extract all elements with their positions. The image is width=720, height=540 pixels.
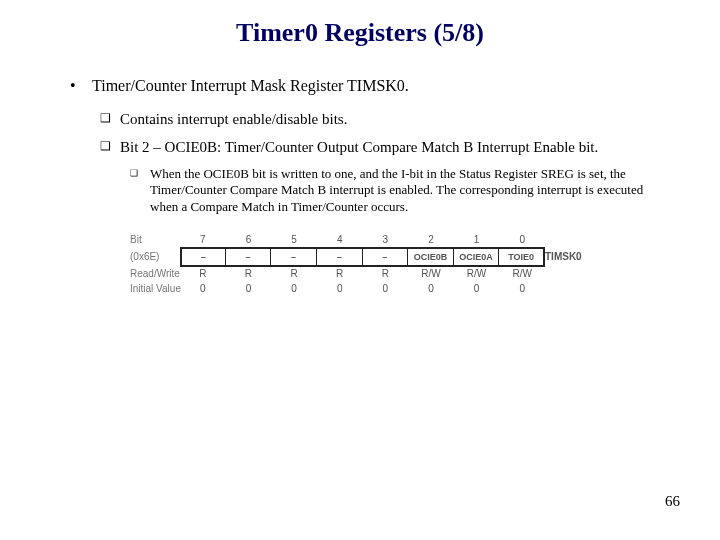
bit-rw: R/W xyxy=(454,267,500,282)
bit-name: – xyxy=(271,247,317,267)
bit-name: – xyxy=(363,247,409,267)
row-label-init: Initial Value xyxy=(130,282,180,297)
bit-rw: R xyxy=(317,267,363,282)
register-name: TIMSK0 xyxy=(545,250,590,265)
bullet-lvl1: Timer/Counter Interrupt Mask Register TI… xyxy=(70,76,650,96)
bit-name: OCIE0B xyxy=(408,247,454,267)
bullet-lvl2: Contains interrupt enable/disable bits. xyxy=(100,110,650,128)
row-label-bit: Bit xyxy=(130,233,180,248)
bit-rw: R/W xyxy=(499,267,545,282)
bit-name: – xyxy=(180,247,226,267)
bit-rw: R xyxy=(363,267,409,282)
bit-rw: R xyxy=(180,267,226,282)
bit-init: 0 xyxy=(499,282,545,297)
bit-number: 0 xyxy=(499,233,545,248)
row-label-rw: Read/Write xyxy=(130,267,180,282)
bit-init: 0 xyxy=(454,282,500,297)
bit-number: 6 xyxy=(226,233,272,248)
bit-init: 0 xyxy=(180,282,226,297)
bit-rw: R xyxy=(226,267,272,282)
bit-number: 5 xyxy=(271,233,317,248)
bit-init: 0 xyxy=(226,282,272,297)
bit-init: 0 xyxy=(363,282,409,297)
bit-number: 3 xyxy=(363,233,409,248)
row-label-addr: (0x6E) xyxy=(130,250,180,265)
bit-name: OCIE0A xyxy=(454,247,500,267)
bit-number: 7 xyxy=(180,233,226,248)
bit-name: – xyxy=(317,247,363,267)
bullet-lvl3: When the OCIE0B bit is written to one, a… xyxy=(130,166,650,215)
bit-number: 4 xyxy=(317,233,363,248)
bit-init: 0 xyxy=(408,282,454,297)
bit-rw: R/W xyxy=(408,267,454,282)
bit-number: 2 xyxy=(408,233,454,248)
slide-body: Timer/Counter Interrupt Mask Register TI… xyxy=(0,48,720,296)
register-diagram: Bit 7 6 5 4 3 2 1 0 (0x6E) – – – – – OCI… xyxy=(130,233,590,297)
slide: Timer0 Registers (5/8) Timer/Counter Int… xyxy=(0,0,720,540)
bit-name: – xyxy=(226,247,272,267)
bit-rw: R xyxy=(271,267,317,282)
bit-name: TOIE0 xyxy=(499,247,545,267)
bullet-lvl2: Bit 2 – OCIE0B: Timer/Counter Output Com… xyxy=(100,138,650,156)
bit-init: 0 xyxy=(271,282,317,297)
bit-number: 1 xyxy=(454,233,500,248)
bit-init: 0 xyxy=(317,282,363,297)
slide-title: Timer0 Registers (5/8) xyxy=(0,0,720,48)
page-number: 66 xyxy=(665,493,680,510)
